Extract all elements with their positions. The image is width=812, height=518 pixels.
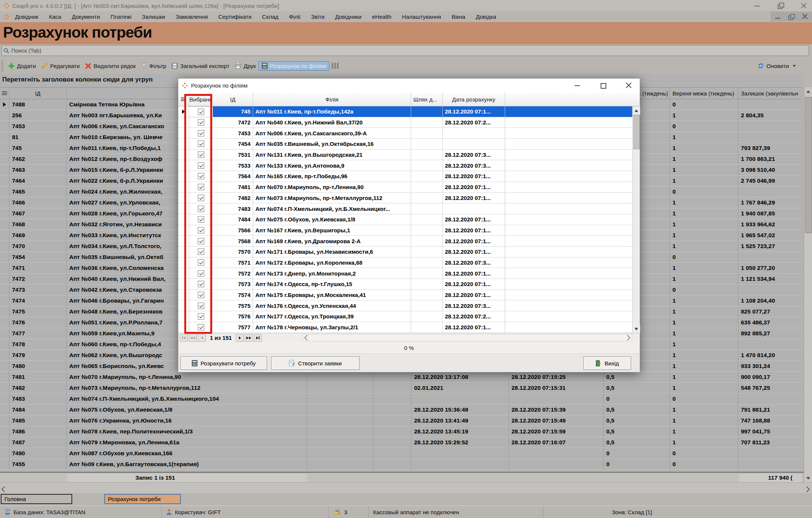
column-chooser-icon[interactable]: [0, 87, 9, 99]
row-selector[interactable]: [0, 339, 9, 350]
table-row[interactable]: 7490 Апт №087 г.Обухов ул.Киевская,166 0…: [0, 448, 804, 459]
branch-row[interactable]: 7568 Апт №169 г.Киев, ул.Драгомирова 2-А…: [178, 236, 640, 247]
branch-checkbox[interactable]: [189, 128, 213, 139]
row-selector[interactable]: [178, 106, 189, 117]
row-selector[interactable]: [0, 295, 9, 306]
row-selector[interactable]: [0, 176, 9, 186]
menu-item[interactable]: eHealth: [372, 14, 392, 20]
branch-row[interactable]: 7577 Апт №178 г.Черновцы, ул.Загулы,2/1 …: [178, 322, 640, 333]
row-selector[interactable]: [0, 361, 9, 372]
pager-prev-icon[interactable]: [198, 334, 206, 342]
row-selector[interactable]: [178, 279, 189, 290]
column-chooser-icon[interactable]: [178, 92, 189, 106]
branch-checkbox[interactable]: [189, 193, 213, 204]
row-selector[interactable]: [0, 415, 9, 426]
column-header-checked[interactable]: Вибрано: [189, 92, 213, 106]
dialog-horizontal-scrollbar[interactable]: [302, 334, 632, 341]
branch-row[interactable]: 7533 Апт №133 г.Киев, ул.Антонова,9 28.1…: [178, 160, 640, 171]
menu-item[interactable]: Платежі: [111, 14, 132, 20]
edit-button[interactable]: Редагувати: [38, 61, 82, 71]
row-selector[interactable]: [178, 214, 189, 225]
branch-checkbox[interactable]: [189, 214, 213, 225]
print-button[interactable]: Друк: [232, 61, 258, 71]
branch-checkbox[interactable]: [189, 182, 213, 193]
menu-item[interactable]: Філії: [289, 14, 301, 20]
menu-item[interactable]: Довідники: [335, 14, 361, 20]
branch-checkbox[interactable]: [189, 257, 213, 268]
scroll-up-icon[interactable]: [633, 106, 640, 115]
column-header-id[interactable]: ІД: [213, 92, 253, 106]
add-button[interactable]: Додати: [6, 61, 38, 71]
scroll-left-icon[interactable]: [2, 486, 6, 493]
row-selector[interactable]: [0, 404, 9, 415]
row-selector[interactable]: [178, 300, 189, 311]
menu-item[interactable]: Вікна: [452, 14, 466, 20]
calc-branches-button[interactable]: Розрахунок по філіям: [258, 61, 329, 71]
row-selector[interactable]: [178, 290, 189, 301]
row-selector[interactable]: [178, 247, 189, 257]
menu-item[interactable]: Каса: [49, 14, 61, 20]
vertical-scrollbar[interactable]: [804, 87, 812, 482]
exit-button[interactable]: Вихід: [583, 356, 631, 370]
branch-checkbox[interactable]: [189, 106, 213, 117]
calculate-need-button[interactable]: Розрахувати потребу: [181, 356, 267, 370]
row-selector[interactable]: [0, 448, 9, 459]
row-selector[interactable]: [0, 350, 9, 361]
pager-prev-page-icon[interactable]: [189, 334, 197, 342]
row-selector[interactable]: [0, 186, 9, 197]
branch-checkbox[interactable]: [189, 225, 213, 236]
row-selector[interactable]: [0, 394, 9, 404]
branch-checkbox[interactable]: [189, 160, 213, 171]
branch-checkbox[interactable]: [189, 322, 213, 333]
scrollbar-thumb[interactable]: [633, 115, 640, 149]
branch-row[interactable]: 7573 Апт №174 г.Одесса, пр-т.Глушко,15 2…: [178, 279, 640, 290]
dialog-minimize-icon[interactable]: [574, 82, 580, 88]
table-row[interactable]: 7487 Апт №079 г.Мироновка, ул.Ленина,61а…: [0, 437, 804, 448]
row-selector[interactable]: [0, 219, 9, 230]
refresh-button[interactable]: Оновити: [755, 61, 798, 71]
row-selector[interactable]: [0, 274, 9, 285]
row-selector[interactable]: [0, 143, 9, 154]
column-header-stock[interactable]: Залишок (закупівельн: [738, 87, 801, 99]
row-selector[interactable]: [178, 171, 189, 182]
layout-grid-icon[interactable]: [332, 63, 338, 69]
row-selector[interactable]: [0, 372, 9, 383]
row-selector[interactable]: [178, 139, 189, 150]
row-selector[interactable]: [0, 317, 9, 328]
branch-row[interactable]: 7574 Апт №175 г.Бровары, ул.Москаленка,4…: [178, 290, 640, 301]
menu-item[interactable]: Замовлення: [176, 14, 208, 20]
row-selector[interactable]: [178, 236, 189, 247]
branch-row[interactable]: 7576 Апт №177 г.Одесса, ул.Троицкая,39 2…: [178, 311, 640, 322]
row-selector[interactable]: [178, 257, 189, 268]
row-selector[interactable]: [178, 311, 189, 322]
row-selector[interactable]: [178, 193, 189, 204]
branch-checkbox[interactable]: [189, 236, 213, 247]
row-selector[interactable]: [0, 99, 9, 110]
dialog-close-icon[interactable]: [625, 82, 631, 88]
table-row[interactable]: 7485 Апт №076 г.Украинка, ул.Юности,16 2…: [0, 415, 804, 426]
row-selector[interactable]: [178, 160, 189, 171]
column-header-way[interactable]: Шлях д...: [411, 92, 443, 106]
branch-checkbox[interactable]: [189, 279, 213, 290]
row-selector[interactable]: [0, 165, 9, 176]
menu-item[interactable]: Сертифікати: [219, 14, 252, 20]
filter-button[interactable]: Фільтр: [138, 61, 169, 71]
row-selector[interactable]: [0, 230, 9, 241]
branch-row[interactable]: 7483 Апт №074 г.П-Хмельницкий, ул.Б.Хмел…: [178, 203, 640, 214]
branch-checkbox[interactable]: [189, 247, 213, 257]
row-selector[interactable]: [178, 225, 189, 236]
scrollbar-thumb[interactable]: [805, 97, 812, 233]
branch-checkbox[interactable]: [189, 300, 213, 311]
scroll-down-icon[interactable]: [804, 474, 812, 482]
branch-checkbox[interactable]: [189, 203, 213, 214]
branch-row[interactable]: 7566 Апт №167 г.Киев, ул.Вершигоры,1 28.…: [178, 225, 640, 236]
row-selector[interactable]: [0, 110, 9, 121]
row-selector[interactable]: [178, 268, 189, 279]
row-selector[interactable]: [0, 263, 9, 274]
row-selector[interactable]: [178, 117, 189, 128]
restore-icon[interactable]: [777, 3, 783, 9]
export-button[interactable]: Загальний експорт: [169, 61, 232, 71]
row-selector[interactable]: [0, 328, 9, 339]
branch-row[interactable]: 7571 Апт №172 г.Бровары, ул.Короленка,68…: [178, 257, 640, 268]
tab-home[interactable]: Головна: [1, 494, 72, 504]
